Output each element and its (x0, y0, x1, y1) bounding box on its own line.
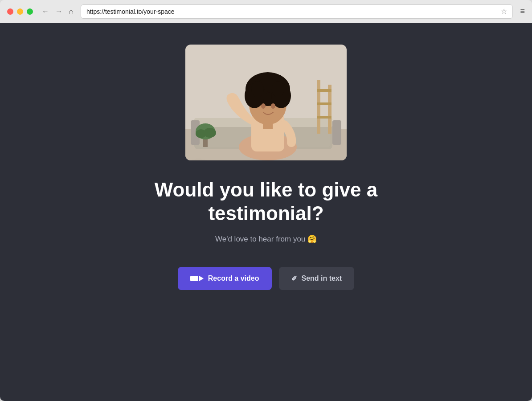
text-button-label: Send in text (302, 274, 342, 282)
title-bar: ← → ⌂ https://testimonial.to/your-space … (0, 0, 532, 23)
maximize-button[interactable] (27, 8, 33, 15)
video-thumbnail[interactable] (185, 45, 347, 160)
svg-rect-12 (317, 116, 331, 119)
nav-buttons: ← → ⌂ (40, 6, 75, 17)
svg-rect-10 (317, 89, 331, 92)
svg-point-26 (251, 81, 264, 97)
url-text: https://testimonial.to/your-space (86, 8, 498, 15)
page-content: Would you like to give a testimonial? We… (0, 23, 532, 401)
home-button[interactable]: ⌂ (67, 6, 75, 17)
browser-window: ← → ⌂ https://testimonial.to/your-space … (0, 0, 532, 401)
svg-point-29 (261, 103, 266, 109)
bookmark-icon[interactable]: ☆ (501, 7, 507, 16)
svg-point-27 (272, 81, 284, 97)
subtext: We'd love to hear from you 🤗 (215, 234, 317, 244)
svg-rect-7 (332, 120, 341, 145)
main-heading: Would you like to give a testimonial? (155, 178, 377, 225)
camera-body-icon (190, 276, 198, 281)
svg-point-16 (204, 128, 216, 138)
close-button[interactable] (7, 8, 13, 15)
svg-rect-8 (317, 80, 320, 134)
forward-button[interactable]: → (53, 6, 64, 17)
buttons-row: Record a video ✏ Send in text (178, 267, 354, 290)
minimize-button[interactable] (17, 8, 23, 15)
svg-rect-28 (263, 120, 273, 129)
back-button[interactable]: ← (40, 6, 51, 17)
address-bar[interactable]: https://testimonial.to/your-space ☆ (81, 4, 513, 19)
svg-rect-9 (328, 85, 331, 134)
video-camera-icon (190, 276, 204, 281)
svg-rect-11 (317, 102, 331, 105)
camera-lens-icon (199, 276, 204, 281)
record-video-button[interactable]: Record a video (178, 267, 272, 290)
pencil-icon: ✏ (289, 273, 299, 283)
menu-icon[interactable]: ≡ (520, 7, 525, 16)
svg-point-30 (271, 103, 275, 109)
traffic-lights (7, 8, 33, 15)
record-button-label: Record a video (208, 274, 259, 282)
send-text-button[interactable]: ✏ Send in text (279, 267, 355, 290)
